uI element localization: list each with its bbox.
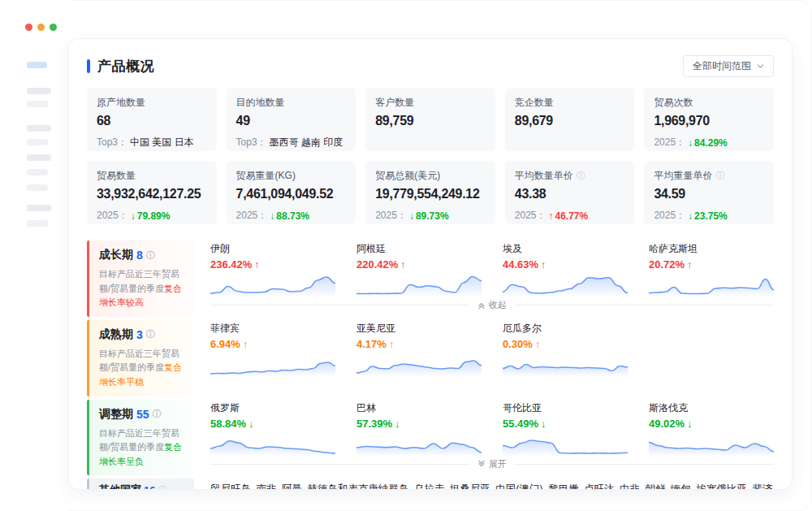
expand-control[interactable]: 展开 bbox=[469, 458, 515, 470]
stage-name: 成长期 bbox=[99, 248, 133, 262]
sidebar-item[interactable] bbox=[27, 88, 51, 94]
minimize-window-button[interactable] bbox=[37, 24, 45, 31]
stat-label: 竞企数量 bbox=[515, 96, 625, 110]
trend-percent: 6.94% ↑ bbox=[210, 338, 335, 350]
country-trend-cell[interactable]: 阿根廷 220.42% ↑ bbox=[356, 242, 482, 297]
info-icon[interactable]: ⓘ bbox=[146, 330, 155, 339]
expand-divider[interactable]: 展开 bbox=[210, 458, 774, 470]
stat-card-avg-weight-price: 平均重量单价 ⓘ 34.59 2025： ↓ 23.75% bbox=[644, 161, 774, 224]
sidebar-item[interactable] bbox=[27, 125, 51, 132]
sparkline-chart bbox=[356, 431, 482, 456]
country-cells: 菲律宾 6.94% ↑ 亚美尼亚 4.17% ↑ bbox=[210, 322, 774, 376]
country-trend-cell[interactable]: 厄瓜多尔 0.30% ↑ bbox=[503, 322, 628, 376]
stat-value: 68 bbox=[97, 114, 207, 128]
stat-sub-label: 2025： bbox=[654, 209, 685, 223]
stat-card-avg-quantity-price: 平均数量单价 ⓘ 43.38 2025： ↑ 46.77% bbox=[505, 161, 635, 224]
page-title: 产品概况 bbox=[97, 57, 154, 76]
info-icon[interactable]: ⓘ bbox=[577, 171, 585, 180]
arrow-down-icon: ↓ bbox=[395, 418, 400, 430]
sidebar-item[interactable] bbox=[27, 101, 48, 107]
sidebar-item[interactable] bbox=[27, 139, 48, 145]
arrow-up-icon: ↑ bbox=[687, 258, 693, 271]
info-icon[interactable]: ⓘ bbox=[146, 251, 155, 260]
trend-percent: 84.29% bbox=[694, 137, 728, 149]
collapse-control[interactable]: 收起 bbox=[469, 299, 515, 311]
stage-title: 成长期 8 ⓘ bbox=[99, 248, 184, 262]
stat-label: 目的地数量 bbox=[236, 96, 347, 110]
stat-value: 34.59 bbox=[654, 187, 764, 201]
stat-label: 原产地数量 bbox=[97, 96, 207, 110]
trend-percent: 20.72% ↑ bbox=[649, 258, 774, 271]
close-window-button[interactable] bbox=[25, 24, 32, 31]
sparkline-chart bbox=[649, 272, 774, 297]
trend-percent: 0.30% ↑ bbox=[503, 338, 628, 350]
country-trend-cell-empty bbox=[649, 322, 774, 376]
stage-panel-growth: 成长期 8 ⓘ 目标产品近三年贸易额/贸易量的季度复合增长率较高 bbox=[87, 240, 194, 317]
arrow-up-icon: ↑ bbox=[243, 338, 248, 350]
country-trend-cell[interactable]: 埃及 44.63% ↑ bbox=[503, 242, 628, 297]
sidebar-item[interactable] bbox=[27, 205, 51, 211]
stat-sub-label: 2025： bbox=[236, 209, 268, 223]
stat-label: 贸易次数 bbox=[654, 96, 764, 110]
country-cells: 伊朗 236.42% ↑ 阿根廷 220.42% ↑ bbox=[210, 242, 774, 297]
trend-value: ↓ 88.73% bbox=[270, 210, 309, 222]
trend-percent: 58.84% ↓ bbox=[210, 418, 335, 430]
country-trend-cell[interactable]: 巴林 57.39% ↓ bbox=[356, 401, 482, 456]
sidebar-item-active[interactable] bbox=[27, 62, 47, 68]
sidebar-item[interactable] bbox=[27, 184, 48, 191]
growth-stage-sections: 成长期 8 ⓘ 目标产品近三年贸易额/贸易量的季度复合增长率较高 伊朗 236.… bbox=[87, 240, 774, 489]
percent-value: 0.30% bbox=[503, 338, 533, 350]
stage-content: 伊朗 236.42% ↑ 阿根廷 220.42% ↑ bbox=[194, 240, 774, 317]
country-trend-cell[interactable]: 菲律宾 6.94% ↑ bbox=[210, 322, 335, 376]
arrow-down-icon: ↓ bbox=[131, 210, 136, 222]
info-icon[interactable]: ⓘ bbox=[158, 486, 166, 489]
info-icon[interactable]: ⓘ bbox=[715, 171, 724, 180]
country-name: 俄罗斯 bbox=[210, 401, 335, 415]
stage-panel-adjust: 调整期 55 ⓘ 目标产品近三年贸易额/贸易量的季度复合增长率呈负 bbox=[87, 400, 194, 476]
stage-content: 俄罗斯 58.84% ↓ 巴林 57.39% ↓ bbox=[194, 400, 774, 476]
trend-percent: 55.49% ↓ bbox=[503, 418, 628, 430]
maximize-window-button[interactable] bbox=[50, 24, 57, 31]
stat-sub-label: 2025： bbox=[654, 136, 685, 149]
percent-value: 6.94% bbox=[210, 338, 240, 350]
stat-value: 1,969,970 bbox=[654, 114, 764, 128]
other-countries-list: 留尼旺岛 南非 阿曼 赫德岛和麦克唐纳群岛 乌拉圭 坦桑尼亚 中国(澳门) 黎巴… bbox=[210, 479, 774, 489]
country-trend-cell[interactable]: 哈萨克斯坦 20.72% ↑ bbox=[649, 242, 774, 297]
country-name: 哈萨克斯坦 bbox=[649, 242, 774, 256]
trend-percent: 220.42% ↑ bbox=[356, 258, 482, 271]
info-icon[interactable]: ⓘ bbox=[153, 409, 162, 418]
sidebar-item[interactable] bbox=[27, 154, 51, 161]
country-trend-cell[interactable]: 俄罗斯 58.84% ↓ bbox=[210, 401, 335, 456]
sparkline-chart bbox=[503, 272, 628, 297]
stage-count: 55 bbox=[136, 408, 149, 421]
section-adjust-stage: 调整期 55 ⓘ 目标产品近三年贸易额/贸易量的季度复合增长率呈负 俄罗斯 58… bbox=[87, 400, 774, 476]
trend-percent: 57.39% ↓ bbox=[356, 418, 482, 430]
arrow-down-icon: ↓ bbox=[688, 137, 693, 149]
sparkline-chart bbox=[649, 431, 774, 456]
sidebar-item[interactable] bbox=[27, 220, 48, 227]
stat-value: 49 bbox=[236, 114, 347, 128]
country-name: 菲律宾 bbox=[210, 322, 335, 336]
stat-card-trade-weight: 贸易重量(KG) 7,461,094,049.52 2025： ↓ 88.73% bbox=[227, 161, 356, 224]
expand-icon bbox=[477, 460, 486, 468]
trend-value: ↓ 79.89% bbox=[131, 210, 171, 222]
dashboard-panel: 产品概况 全部时间范围 原产地数量 68 Top3： 中国 美国 日本 目的地数… bbox=[69, 39, 792, 489]
country-name: 亚美尼亚 bbox=[356, 322, 482, 336]
country-trend-cell[interactable]: 伊朗 236.42% ↑ bbox=[210, 242, 335, 297]
arrow-down-icon: ↓ bbox=[541, 418, 546, 430]
country-trend-cell[interactable]: 亚美尼亚 4.17% ↑ bbox=[356, 322, 482, 376]
stat-value: 7,461,094,049.52 bbox=[236, 187, 347, 201]
arrow-up-icon: ↑ bbox=[400, 258, 406, 271]
country-name: 哥伦比亚 bbox=[503, 401, 628, 415]
sidebar-item[interactable] bbox=[27, 169, 48, 175]
percent-value: 20.72% bbox=[649, 258, 685, 271]
collapse-divider[interactable]: 收起 bbox=[210, 299, 774, 311]
time-range-select[interactable]: 全部时间范围 bbox=[683, 55, 774, 77]
country-trend-cell[interactable]: 斯洛伐克 49.02% ↓ bbox=[649, 401, 774, 456]
trend-value: ↓ 89.73% bbox=[409, 210, 449, 222]
sparkline-chart bbox=[210, 431, 335, 456]
country-trend-cell[interactable]: 哥伦比亚 55.49% ↓ bbox=[503, 401, 628, 456]
trend-percent: 79.89% bbox=[137, 210, 171, 222]
arrow-down-icon: ↓ bbox=[409, 210, 414, 222]
arrow-down-icon: ↓ bbox=[270, 210, 274, 222]
